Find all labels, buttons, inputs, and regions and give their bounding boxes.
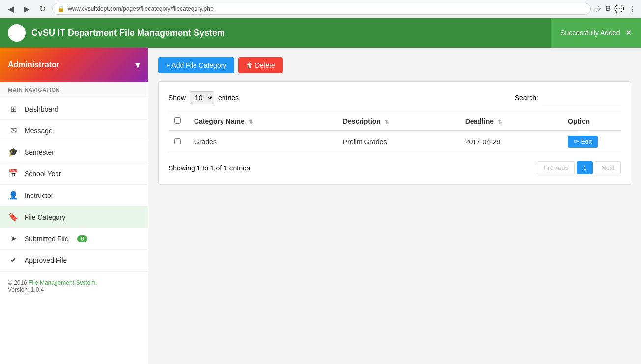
- sidebar-item-label: Semester: [25, 148, 54, 156]
- sidebar-item-school-year[interactable]: 📅 School Year: [0, 163, 148, 185]
- sort-icon-description[interactable]: ⇅: [385, 119, 389, 125]
- footer-version-label: Version:: [8, 286, 31, 293]
- sidebar-item-message[interactable]: ✉ Message: [0, 120, 148, 141]
- toast-message: Successfully Added: [560, 29, 620, 37]
- sidebar-item-instructor[interactable]: 👤 Instructor: [0, 185, 148, 206]
- logo-icon: 🛡: [8, 24, 26, 42]
- select-all-checkbox[interactable]: [174, 117, 181, 124]
- bookmark-icon: 🔖: [8, 212, 19, 222]
- sidebar-nav-label: MAIN NAVIGATION: [0, 82, 148, 98]
- pagination: Previous 1 Next: [537, 161, 621, 174]
- user-icon: 👤: [8, 191, 19, 200]
- submitted-file-badge: 0: [77, 235, 87, 242]
- row-deadline: 2017-04-29: [459, 131, 562, 153]
- sidebar-item-semester[interactable]: 🎓 Semester: [0, 141, 148, 163]
- edit-button[interactable]: ✏ Edit: [568, 136, 598, 148]
- sidebar-chevron[interactable]: ▾: [135, 59, 140, 71]
- success-toast: Successfully Added ×: [551, 18, 641, 48]
- table-container: Show 10 25 50 entries Search:: [158, 81, 631, 185]
- table-footer-info: Showing 1 to 1 of 1 entries: [168, 164, 250, 172]
- browser-bar: ◀ ▶ ↻ 🔒 www.cvsuitdept.com/pages/filecat…: [0, 0, 641, 18]
- select-all-header: [168, 112, 188, 131]
- sidebar-user-name: Administrator: [8, 60, 59, 69]
- col-option-label: Option: [568, 117, 590, 125]
- sidebar-item-file-category[interactable]: 🔖 File Category: [0, 206, 148, 228]
- sidebar-item-submitted-file[interactable]: ➤ Submitted File 0: [0, 228, 148, 250]
- calendar-icon: 📅: [8, 169, 19, 178]
- sort-icon-deadline[interactable]: ⇅: [498, 119, 502, 125]
- entries-select[interactable]: 10 25 50: [190, 91, 214, 104]
- entries-label: entries: [218, 94, 239, 102]
- ext-icon-messenger[interactable]: 💬: [614, 4, 624, 14]
- layout: Administrator ▾ MAIN NAVIGATION ⊞ Dashbo…: [0, 48, 641, 364]
- sidebar-item-dashboard[interactable]: ⊞ Dashboard: [0, 98, 148, 120]
- col-deadline: Deadline ⇅: [459, 112, 562, 131]
- footer-version: 1.0.4: [31, 286, 44, 293]
- sidebar-footer: © 2016 File Management System. Version: …: [0, 271, 148, 301]
- show-label: Show: [168, 94, 186, 102]
- footer-link[interactable]: File Management System.: [28, 280, 97, 286]
- sidebar-item-label: Submitted File: [25, 235, 68, 243]
- sidebar-item-label: Dashboard: [25, 105, 58, 113]
- search-control: Search:: [515, 92, 621, 104]
- category-table: Category Name ⇅ Description ⇅ Deadline ⇅: [168, 112, 621, 153]
- main-content: + Add File Category 🗑 Delete Show 10 25 …: [148, 48, 641, 364]
- url-text[interactable]: www.cvsuitdept.com/pages/filecategory/fi…: [68, 5, 214, 12]
- url-bar: 🔒 www.cvsuitdept.com/pages/filecategory/…: [52, 3, 591, 15]
- table-footer: Showing 1 to 1 of 1 entries Previous 1 N…: [168, 161, 621, 174]
- toast-close-button[interactable]: ×: [626, 28, 631, 38]
- row-checkbox-cell: [168, 131, 188, 153]
- row-category-name: Grades: [188, 131, 337, 153]
- top-navbar: 🛡 CvSU IT Department File Management Sys…: [0, 18, 641, 48]
- app-title: CvSU IT Department File Management Syste…: [31, 28, 633, 38]
- delete-button[interactable]: 🗑 Delete: [238, 57, 282, 73]
- row-checkbox[interactable]: [174, 138, 181, 144]
- page-1-button[interactable]: 1: [577, 161, 593, 174]
- ext-icon-b[interactable]: B: [606, 4, 611, 14]
- col-category-name-label: Category Name: [194, 117, 245, 125]
- table-header-row: Category Name ⇅ Description ⇅ Deadline ⇅: [168, 112, 621, 131]
- show-entries: Show 10 25 50 entries: [168, 91, 239, 104]
- shield-icon: 🛡: [12, 28, 21, 38]
- sidebar: Administrator ▾ MAIN NAVIGATION ⊞ Dashbo…: [0, 48, 148, 364]
- col-description-label: Description: [343, 117, 381, 125]
- forward-button[interactable]: ▶: [21, 3, 32, 15]
- menu-icon[interactable]: ⋮: [628, 4, 636, 14]
- sidebar-item-label: Message: [25, 127, 53, 135]
- checkmark-icon: ✔: [8, 255, 19, 265]
- row-description: Prelim Grades: [337, 131, 459, 153]
- star-icon[interactable]: ☆: [595, 4, 602, 14]
- sidebar-item-label: File Category: [25, 213, 65, 221]
- row-option-cell: ✏ Edit: [562, 131, 621, 153]
- message-icon: ✉: [8, 126, 19, 135]
- sidebar-header: Administrator ▾: [0, 48, 148, 82]
- send-icon: ➤: [8, 234, 19, 243]
- semester-icon: 🎓: [8, 147, 19, 157]
- table-controls: Show 10 25 50 entries Search:: [168, 91, 621, 104]
- reload-button[interactable]: ↻: [36, 3, 48, 15]
- add-file-category-button[interactable]: + Add File Category: [158, 57, 234, 73]
- sort-icon-category[interactable]: ⇅: [249, 119, 253, 125]
- col-description: Description ⇅: [337, 112, 459, 131]
- footer-prefix: © 2016: [8, 280, 28, 286]
- sidebar-item-label: Approved File: [25, 256, 67, 264]
- col-category-name: Category Name ⇅: [188, 112, 337, 131]
- sidebar-item-approved-file[interactable]: ✔ Approved File: [0, 250, 148, 271]
- search-input[interactable]: [542, 92, 621, 104]
- browser-actions: ☆ B 💬 ⋮: [595, 4, 636, 14]
- lock-icon: 🔒: [57, 5, 65, 12]
- search-label: Search:: [515, 94, 538, 102]
- col-deadline-label: Deadline: [465, 117, 494, 125]
- sidebar-item-label: School Year: [25, 170, 61, 178]
- sidebar-item-label: Instructor: [25, 192, 53, 199]
- next-button[interactable]: Next: [595, 161, 621, 174]
- table-row: Grades Prelim Grades 2017-04-29 ✏ Edit: [168, 131, 621, 153]
- toolbar: + Add File Category 🗑 Delete: [158, 57, 631, 73]
- col-option: Option: [562, 112, 621, 131]
- back-button[interactable]: ◀: [5, 3, 17, 15]
- previous-button[interactable]: Previous: [537, 161, 575, 174]
- dashboard-icon: ⊞: [8, 104, 19, 113]
